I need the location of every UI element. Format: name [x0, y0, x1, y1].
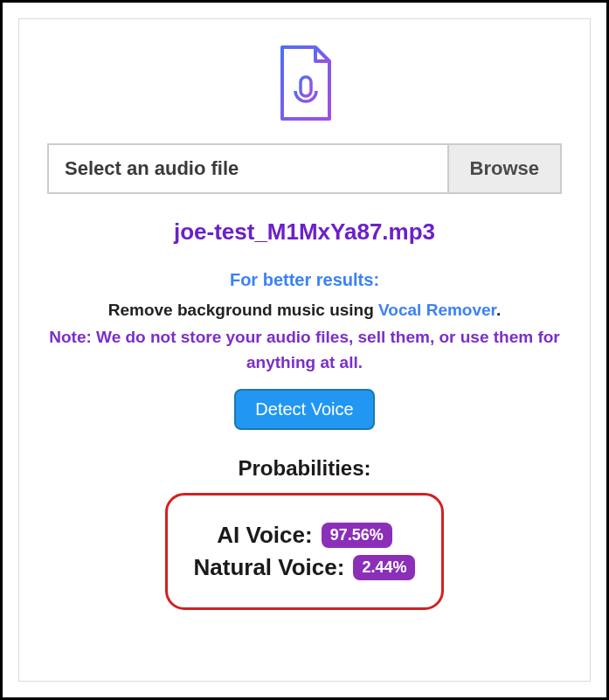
ai-voice-row: AI Voice: 97.56%	[194, 522, 416, 549]
results-box: AI Voice: 97.56% Natural Voice: 2.44%	[165, 493, 445, 610]
hint-suffix: .	[496, 301, 501, 319]
hint-line: Remove background music using Vocal Remo…	[47, 301, 562, 320]
upload-card: Select an audio file Browse joe-test_M1M…	[18, 18, 591, 682]
privacy-note: Note: We do not store your audio files, …	[47, 325, 562, 375]
natural-voice-badge: 2.44%	[353, 555, 415, 580]
note-prefix: Note:	[49, 328, 96, 346]
svg-rect-0	[301, 77, 311, 96]
note-body: We do not store your audio files, sell t…	[96, 328, 560, 371]
natural-voice-label: Natural Voice:	[194, 554, 345, 581]
browse-button[interactable]: Browse	[447, 145, 560, 192]
probabilities-title: Probabilities:	[47, 456, 562, 481]
selected-filename: joe-test_M1MxYa87.mp3	[47, 218, 562, 246]
app-frame: Select an audio file Browse joe-test_M1M…	[0, 0, 609, 700]
file-input-group: Select an audio file Browse	[47, 143, 562, 194]
natural-voice-row: Natural Voice: 2.44%	[194, 554, 416, 581]
hint-text: Remove background music using	[108, 301, 378, 319]
vocal-remover-link[interactable]: Vocal Remover	[378, 301, 496, 319]
file-input[interactable]: Select an audio file	[49, 145, 447, 192]
ai-voice-badge: 97.56%	[322, 523, 392, 548]
detect-voice-button[interactable]: Detect Voice	[234, 389, 374, 430]
file-audio-icon	[47, 44, 562, 124]
hint-title: For better results:	[47, 270, 562, 290]
ai-voice-label: AI Voice:	[217, 522, 312, 549]
